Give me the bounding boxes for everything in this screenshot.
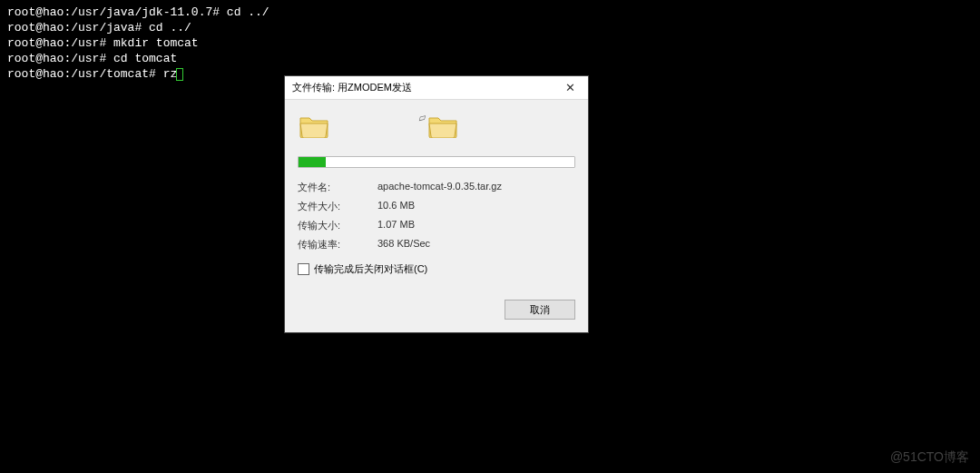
info-row-speed: 传输速率: 368 KB/Sec [298, 238, 575, 251]
info-row-filesize: 文件大小: 10.6 MB [298, 200, 575, 213]
speed-value: 368 KB/Sec [377, 238, 575, 251]
paper-icon: ▱ [417, 111, 427, 124]
info-table: 文件名: apache-tomcat-9.0.35.tar.gz 文件大小: 1… [298, 181, 575, 251]
dialog-body: ▱ 文件名: apache-tomcat-9.0.35.tar.gz 文件大小:… [285, 100, 588, 289]
close-after-checkbox[interactable] [298, 263, 309, 275]
folder-row: ▱ [298, 113, 575, 156]
info-row-filename: 文件名: apache-tomcat-9.0.35.tar.gz [298, 181, 575, 194]
file-transfer-dialog: 文件传输: 用ZMODEM发送 ✕ ▱ 文件名: apache-tomcat-9… [284, 75, 589, 333]
command: mkdir tomcat [106, 36, 198, 50]
filesize-value: 10.6 MB [377, 200, 575, 213]
transfersize-value: 1.07 MB [377, 219, 575, 232]
command: cd ../ [220, 5, 270, 19]
filename-label: 文件名: [298, 181, 377, 194]
titlebar[interactable]: 文件传输: 用ZMODEM发送 ✕ [285, 76, 588, 100]
prompt: root@hao:/usr/tomcat# [7, 67, 156, 81]
terminal-line: root@hao:/usr/java/jdk-11.0.7# cd ../ [7, 5, 973, 21]
command: cd tomcat [106, 52, 177, 65]
watermark: @51CTO博客 [890, 449, 969, 466]
progress-fill [299, 157, 326, 167]
close-icon: ✕ [565, 81, 575, 94]
terminal-line: root@hao:/usr/java# cd ../ [7, 21, 973, 36]
button-row: 取消 [285, 289, 588, 332]
filename-value: apache-tomcat-9.0.35.tar.gz [377, 181, 575, 194]
cancel-label: 取消 [530, 303, 550, 317]
progress-bar [298, 156, 575, 168]
prompt: root@hao:/usr# [7, 52, 106, 65]
prompt: root@hao:/usr/java/jdk-11.0.7# [7, 5, 220, 19]
checkbox-label: 传输完成后关闭对话框(C) [314, 262, 427, 276]
close-after-checkbox-row[interactable]: 传输完成后关闭对话框(C) [298, 262, 575, 276]
transfersize-label: 传输大小: [298, 219, 377, 232]
info-row-transfersize: 传输大小: 1.07 MB [298, 219, 575, 232]
source-folder-icon [299, 114, 328, 140]
command: rz [156, 67, 177, 81]
close-button[interactable]: ✕ [552, 76, 588, 100]
terminal[interactable]: root@hao:/usr/java/jdk-11.0.7# cd ../ ro… [0, 0, 980, 87]
cancel-button[interactable]: 取消 [505, 300, 575, 320]
dialog-title: 文件传输: 用ZMODEM发送 [292, 81, 412, 94]
prompt: root@hao:/usr/java# [7, 21, 142, 34]
prompt: root@hao:/usr# [7, 36, 106, 50]
terminal-line: root@hao:/usr# mkdir tomcat [7, 36, 973, 52]
filesize-label: 文件大小: [298, 200, 377, 213]
dest-folder-icon: ▱ [419, 114, 457, 140]
command: cd ../ [142, 21, 191, 34]
terminal-line: root@hao:/usr# cd tomcat [7, 52, 973, 67]
speed-label: 传输速率: [298, 238, 377, 251]
cursor [176, 68, 183, 81]
